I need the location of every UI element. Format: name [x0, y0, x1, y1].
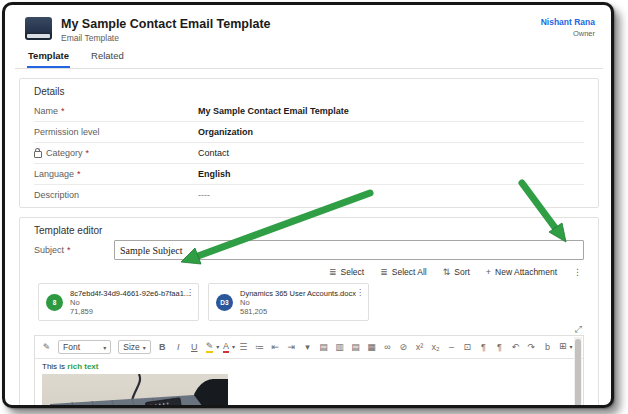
list-style-dropdown-icon[interactable]: ▾ [303, 342, 312, 353]
category-value[interactable]: Contact [194, 148, 229, 158]
required-marker: * [61, 106, 65, 116]
details-section: Details Name* My Sample Contact Email Te… [19, 78, 599, 208]
superscript-icon[interactable]: x² [415, 342, 424, 353]
underline-icon[interactable]: U [190, 342, 199, 353]
language-value[interactable]: English [194, 169, 231, 179]
attachment-avatar: 8 [46, 294, 63, 311]
details-heading: Details [34, 86, 584, 97]
attachment-toolbar: ≣Select ≣Select All ⇅Sort +New Attachmen… [34, 267, 584, 277]
undo-icon[interactable]: ↶ [511, 342, 520, 353]
rtl-paragraph-icon[interactable]: ¶ [495, 342, 504, 353]
attachment-avatar: D3 [216, 294, 233, 311]
select-all-icon: ≣ [380, 267, 388, 277]
photo-speaker-side [212, 379, 228, 408]
owner-link[interactable]: Nishant Rana [541, 17, 595, 27]
expand-editor-icon[interactable]: ⤢ [575, 325, 582, 333]
toolbar-overflow-button[interactable]: ⋮ [573, 267, 582, 277]
unlink-icon[interactable]: ⊘ [399, 342, 408, 353]
select-all-label: Select All [392, 267, 427, 277]
field-row-language: Language* English [34, 164, 584, 185]
italic-icon[interactable]: I [174, 342, 183, 353]
rich-text-editor: ✎ Font▾ Size▾ B I U ✎▾ A▾ ☰ ≔ ⇤ ⇥ ▾ ▤ ▥ … [34, 335, 584, 408]
editor-scrollbar-thumb[interactable] [575, 339, 581, 408]
strikethrough-icon[interactable]: – [447, 342, 456, 353]
redo-icon[interactable]: ↷ [527, 342, 536, 353]
field-row-description: Description ---- [34, 185, 584, 205]
description-value[interactable]: ---- [194, 190, 210, 200]
owner-role-label: Owner [541, 29, 595, 38]
name-label: Name [34, 106, 58, 116]
align-justify-icon[interactable]: ▦ [367, 342, 376, 353]
rte-toolbar: ✎ Font▾ Size▾ B I U ✎▾ A▾ ☰ ≔ ⇤ ⇥ ▾ ▤ ▥ … [35, 336, 583, 359]
attachment-size: 581,205 [240, 307, 356, 316]
align-right-icon[interactable]: ▤ [351, 342, 360, 353]
font-dropdown[interactable]: Font▾ [58, 340, 111, 354]
select-all-button[interactable]: ≣Select All [380, 267, 427, 277]
numbered-list-icon[interactable]: ≔ [255, 342, 264, 353]
attachment-menu-icon[interactable]: ⋮ [356, 288, 364, 297]
lock-icon [34, 151, 42, 158]
rte-content-area[interactable]: This is rich text [35, 359, 583, 408]
align-center-icon[interactable]: ▥ [335, 342, 344, 353]
font-color-icon[interactable]: A▾ [223, 341, 232, 353]
more-grid-icon[interactable]: ⊞▾ [559, 341, 569, 353]
more-grid-glyph: ⊞ [559, 341, 567, 351]
sort-icon: ⇅ [443, 267, 451, 277]
clear-format-icon[interactable]: b [543, 342, 552, 353]
record-image[interactable] [25, 17, 52, 40]
field-row-category: Category* Contact [34, 143, 584, 164]
embedded-photo[interactable]: NAD [42, 374, 228, 408]
attachment-flag: No [70, 298, 190, 307]
font-dropdown-label: Font [63, 342, 80, 352]
rte-rich-text: rich text [67, 362, 98, 371]
required-marker: * [67, 245, 71, 255]
link-icon[interactable]: ∞ [383, 342, 392, 353]
field-row-name: Name* My Sample Contact Email Template [34, 101, 584, 122]
indent-icon[interactable]: ⇥ [287, 342, 296, 353]
tab-related[interactable]: Related [90, 50, 125, 68]
attachment-card[interactable]: 8 8c7ebd4f-34d9-4661-92e6-b7faa1... No 7… [38, 283, 199, 321]
permission-level-value[interactable]: Organization [194, 127, 253, 137]
size-dropdown-label: Size [123, 342, 140, 352]
category-label: Category [46, 148, 83, 158]
outdent-icon[interactable]: ⇤ [271, 342, 280, 353]
required-marker: * [86, 148, 90, 158]
attachment-name: 8c7ebd4f-34d9-4661-92e6-b7faa1... [70, 289, 190, 298]
new-attachment-button[interactable]: +New Attachment [486, 267, 557, 277]
language-label: Language [34, 169, 74, 179]
editor-scrollbar[interactable] [574, 337, 582, 408]
sort-button[interactable]: ⇅Sort [443, 267, 470, 277]
field-row-permission-level: Permission level Organization [34, 122, 584, 143]
required-marker: * [77, 169, 81, 179]
insert-image-icon[interactable]: ⊡ [463, 342, 472, 353]
bullet-list-icon[interactable]: ☰ [239, 342, 248, 353]
highlight-color-glyph: ✎ [206, 342, 214, 353]
attachment-card[interactable]: D3 Dynamics 365 User Accounts.docx No 58… [208, 283, 369, 321]
chevron-down-icon: ▾ [569, 344, 572, 350]
format-painter-icon[interactable]: ✎ [42, 342, 51, 353]
subscript-icon[interactable]: x₂ [431, 342, 440, 353]
template-editor-section: Template editor Subject* ≣Select ≣Select… [19, 217, 599, 408]
chevron-down-icon: ▾ [143, 344, 146, 351]
template-editor-heading: Template editor [34, 225, 584, 236]
name-value[interactable]: My Sample Contact Email Template [194, 106, 349, 116]
size-dropdown[interactable]: Size▾ [118, 340, 151, 354]
attachment-name: Dynamics 365 User Accounts.docx [240, 289, 356, 298]
align-left-icon[interactable]: ▤ [319, 342, 328, 353]
rte-text: This is [42, 362, 67, 371]
subject-input[interactable] [114, 240, 584, 260]
page-title: My Sample Contact Email Template [61, 17, 541, 31]
select-label: Select [341, 267, 365, 277]
bold-icon[interactable]: B [158, 342, 167, 353]
screenshot-frame: My Sample Contact Email Template Email T… [2, 2, 614, 408]
email-template-form: My Sample Contact Email Template Email T… [5, 5, 611, 405]
attachment-menu-icon[interactable]: ⋮ [186, 288, 194, 297]
font-color-glyph: A [223, 342, 229, 353]
tab-template[interactable]: Template [27, 50, 70, 68]
attachment-list: 8 8c7ebd4f-34d9-4661-92e6-b7faa1... No 7… [34, 283, 584, 321]
highlight-color-icon[interactable]: ✎▾ [206, 341, 216, 353]
ltr-paragraph-icon[interactable]: ¶ [479, 342, 488, 353]
form-tabs: Template Related [15, 50, 603, 69]
select-button[interactable]: ≣Select [329, 267, 364, 277]
sort-label: Sort [454, 267, 470, 277]
